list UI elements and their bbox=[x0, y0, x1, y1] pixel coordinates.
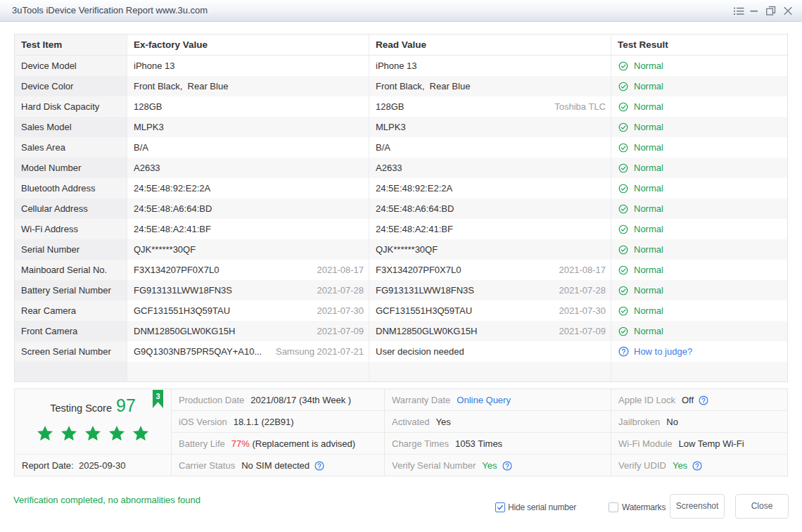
svg-text:3: 3 bbox=[155, 392, 160, 400]
